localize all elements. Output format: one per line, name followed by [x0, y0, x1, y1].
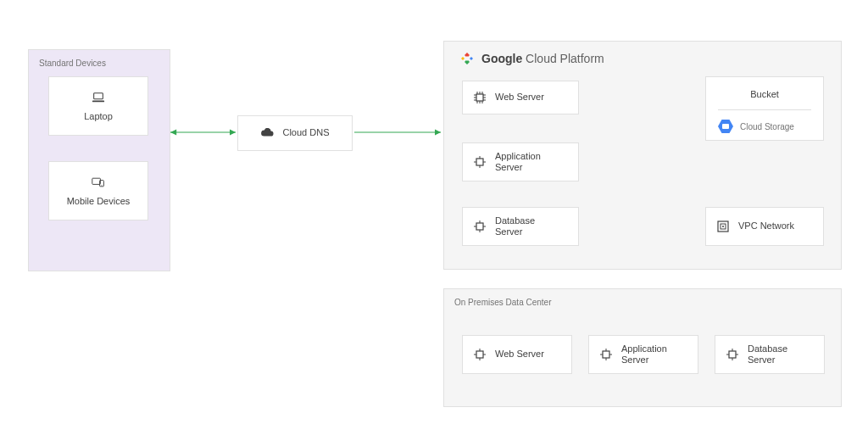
mobile-card: Mobile Devices [48, 161, 148, 220]
laptop-icon [92, 91, 105, 104]
op-db-label: Database Server [748, 343, 787, 366]
bucket-service: Cloud Storage [740, 122, 794, 131]
laptop-label: Laptop [84, 111, 113, 121]
app-server-label: Application Server [495, 151, 541, 173]
svg-rect-25 [476, 223, 483, 230]
vpc-card: VPC Network [705, 207, 824, 246]
compute-icon [726, 348, 739, 361]
cloud-icon [260, 126, 274, 140]
svg-rect-7 [476, 94, 483, 101]
devices-icon [92, 176, 105, 189]
svg-rect-20 [476, 159, 483, 165]
gcp-brand: Google Cloud Platform [481, 52, 604, 65]
app-server-card: Application Server [462, 142, 579, 181]
bucket-label: Bucket [718, 77, 811, 110]
svg-point-32 [722, 226, 724, 227]
compute-icon [473, 348, 487, 361]
db-server-label: Database Server [495, 215, 535, 237]
laptop-card: Laptop [48, 76, 148, 136]
op-db-card: Database Server [715, 335, 825, 374]
compute-icon [473, 155, 487, 169]
vpc-icon [716, 220, 730, 233]
db-server-card: Database Server [462, 207, 579, 246]
onprem-panel-title: On Premises Data Center [444, 289, 841, 312]
cloud-dns-card: Cloud DNS [237, 115, 353, 151]
vpc-label: VPC Network [738, 220, 794, 232]
compute-icon [473, 220, 487, 233]
svg-rect-2 [94, 93, 103, 99]
svg-rect-38 [603, 351, 609, 358]
svg-rect-43 [729, 351, 736, 358]
devices-panel-title: Standard Devices [29, 50, 170, 73]
svg-rect-33 [476, 351, 483, 358]
op-app-label: Application Server [621, 343, 667, 366]
op-app-card: Application Server [588, 335, 698, 374]
svg-rect-3 [92, 101, 104, 103]
bucket-card: Bucket Cloud Storage [705, 76, 824, 141]
gcp-header: Google Cloud Platform [459, 51, 604, 66]
compute-icon [599, 348, 613, 361]
web-server-card: Web Server [462, 81, 579, 114]
op-web-card: Web Server [462, 335, 572, 374]
mobile-label: Mobile Devices [67, 196, 131, 206]
svg-rect-4 [92, 178, 101, 184]
gcp-logo-icon [459, 51, 475, 66]
web-server-label: Web Server [495, 92, 544, 103]
compute-icon [473, 91, 487, 104]
storage-hex-icon [718, 119, 733, 134]
svg-point-6 [102, 185, 103, 186]
cloud-dns-label: Cloud DNS [282, 127, 329, 138]
op-web-label: Web Server [495, 349, 544, 360]
